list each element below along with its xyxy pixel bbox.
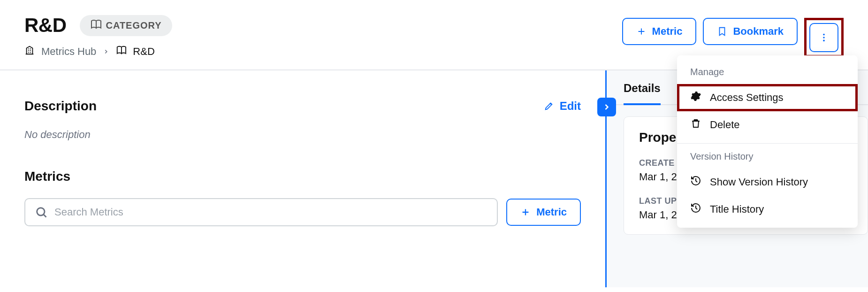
header-actions: Metric Bookmark bbox=[622, 14, 844, 57]
menu-section-version: Version History bbox=[677, 148, 858, 169]
search-metrics-wrapper[interactable] bbox=[24, 198, 498, 226]
metrics-heading: Metrics bbox=[24, 169, 581, 184]
menu-item-delete[interactable]: Delete bbox=[677, 111, 858, 138]
more-button-highlight bbox=[804, 18, 844, 57]
book-open-icon bbox=[116, 45, 126, 58]
menu-item-title-history[interactable]: Title History bbox=[677, 196, 858, 223]
chevron-right-icon bbox=[602, 102, 611, 112]
history-icon bbox=[690, 175, 701, 189]
plus-icon bbox=[636, 26, 647, 37]
breadcrumb-root[interactable]: Metrics Hub bbox=[41, 46, 96, 58]
menu-item-show-version-history[interactable]: Show Version History bbox=[677, 169, 858, 196]
collapse-panel-button[interactable] bbox=[597, 98, 616, 116]
menu-item-label: Delete bbox=[710, 119, 740, 131]
edit-description-button[interactable]: Edit bbox=[544, 100, 581, 113]
description-empty-text: No description bbox=[24, 129, 581, 141]
menu-divider bbox=[677, 143, 858, 144]
metrics-controls: Metric bbox=[24, 198, 581, 226]
menu-item-access-settings[interactable]: Access Settings bbox=[677, 84, 858, 111]
menu-item-label: Access Settings bbox=[710, 92, 784, 104]
more-actions-menu: Manage Access Settings Delete Version Hi… bbox=[677, 55, 858, 228]
breadcrumb: Metrics Hub R&D bbox=[24, 45, 172, 58]
svg-point-1 bbox=[823, 37, 825, 38]
svg-point-3 bbox=[37, 208, 45, 215]
header-left: R&D CATEGORY Metrics Hub R&D bbox=[24, 14, 172, 58]
add-metric-button[interactable]: Metric bbox=[622, 18, 697, 45]
building-icon bbox=[24, 45, 35, 58]
svg-point-0 bbox=[823, 34, 825, 36]
chevron-right-icon bbox=[103, 46, 109, 58]
tab-details[interactable]: Details bbox=[624, 82, 661, 105]
search-metrics-input[interactable] bbox=[54, 206, 487, 218]
menu-section-manage: Manage bbox=[677, 64, 858, 84]
menu-item-label: Title History bbox=[710, 203, 764, 215]
breadcrumb-current: R&D bbox=[133, 46, 154, 58]
bookmark-icon bbox=[717, 26, 727, 37]
add-metric-inline-label: Metric bbox=[536, 206, 567, 218]
left-column: Description Edit No description Metrics … bbox=[0, 70, 605, 287]
pencil-icon bbox=[544, 101, 554, 111]
menu-item-label: Show Version History bbox=[710, 176, 808, 188]
page-title: R&D bbox=[24, 14, 67, 37]
edit-label: Edit bbox=[560, 100, 581, 113]
description-header-row: Description Edit bbox=[24, 99, 581, 114]
bookmark-button[interactable]: Bookmark bbox=[703, 18, 798, 45]
trash-icon bbox=[690, 118, 701, 132]
more-actions-button[interactable] bbox=[809, 23, 838, 52]
svg-point-2 bbox=[823, 40, 825, 42]
description-heading: Description bbox=[24, 99, 97, 114]
search-icon bbox=[35, 206, 48, 219]
add-metric-label: Metric bbox=[652, 25, 683, 38]
title-row: R&D CATEGORY bbox=[24, 14, 172, 37]
add-metric-inline-button[interactable]: Metric bbox=[506, 199, 581, 226]
history-icon bbox=[690, 202, 701, 216]
bookmark-label: Bookmark bbox=[733, 25, 784, 38]
category-chip: CATEGORY bbox=[80, 15, 172, 36]
category-chip-label: CATEGORY bbox=[106, 20, 162, 31]
plus-icon bbox=[520, 207, 531, 217]
book-open-icon bbox=[90, 19, 101, 32]
more-vertical-icon bbox=[819, 32, 829, 43]
gear-icon bbox=[690, 91, 701, 105]
